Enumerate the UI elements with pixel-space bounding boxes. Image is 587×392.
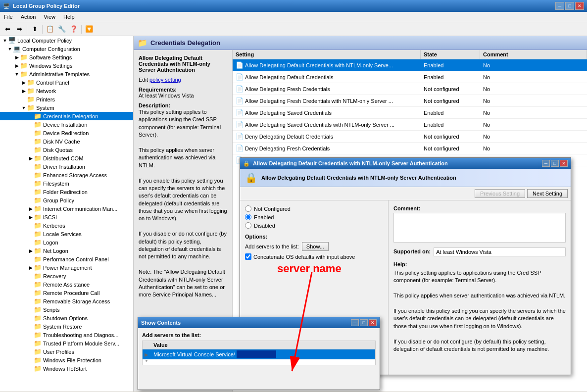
row-0-input[interactable]	[237, 350, 276, 358]
up-button[interactable]: ⬆	[29, 24, 40, 35]
maximize-button[interactable]: □	[565, 2, 574, 10]
back-button[interactable]: ⬅	[2, 24, 13, 35]
sidebar-item-network[interactable]: ▶ 📁 Network	[0, 87, 133, 95]
show-table-row-0[interactable]: ▶ Microsoft Virtual Console Service/	[143, 349, 375, 359]
admin-toggle[interactable]: ▼	[14, 71, 20, 77]
list-item[interactable]: 📄 Allow Delegating Default Credentials E…	[233, 71, 587, 83]
sidebar-item-scripts[interactable]: ▶ 📁 Scripts	[0, 305, 133, 314]
sidebar-item-disk-quotas[interactable]: ▶ 📁 Disk Quotas	[0, 146, 133, 154]
list-item[interactable]: 📄 Allow Delegating Saved Credentials Ena…	[233, 107, 587, 119]
sidebar-item-disk-nv[interactable]: ▶ 📁 Disk NV Cache	[0, 137, 133, 146]
policy-dialog-minimize[interactable]: ─	[542, 160, 550, 167]
sidebar-item-group-policy[interactable]: ▶ 📁 Group Policy	[0, 196, 133, 204]
cp-toggle[interactable]: ▶	[21, 80, 27, 86]
sidebar-item-removable-storage[interactable]: ▶ 📁 Removable Storage Access	[0, 297, 133, 305]
computer-config-toggle[interactable]: ▼	[7, 46, 13, 52]
sidebar-item-hotstart[interactable]: ▶ 📁 Windows HotStart	[0, 364, 133, 373]
list-item[interactable]: 📄 Deny Delegating Fresh Credentials Not …	[233, 143, 587, 154]
col-setting[interactable]: Setting	[233, 50, 421, 59]
sidebar-item-admin-templates[interactable]: ▼ 📁 Administrative Templates	[0, 70, 133, 78]
sidebar-item-perf-ctrl[interactable]: ▶ 📁 Performance Control Panel	[0, 255, 133, 263]
sidebar-item-windows-file-prot[interactable]: ▶ 📁 Windows File Protection	[0, 356, 133, 364]
sidebar-item-system[interactable]: ▼ 📁 System	[0, 103, 133, 112]
show-button[interactable]: Show...	[302, 242, 329, 251]
dcom-toggle[interactable]: ▶	[28, 155, 34, 161]
minimize-button[interactable]: ─	[555, 2, 564, 10]
col-comment[interactable]: Comment	[480, 50, 587, 59]
software-toggle[interactable]: ▶	[14, 54, 20, 60]
sidebar-item-enhanced-storage[interactable]: ▶ 📁 Enhanced Storage Access	[0, 171, 133, 179]
sidebar-item-printers[interactable]: ▶ 📁 Printers	[0, 95, 133, 103]
policy-link[interactable]: policy setting	[149, 77, 181, 83]
sidebar-item-driver-install[interactable]: ▶ 📁 Driver Installation	[0, 162, 133, 171]
radio-enabled[interactable]: Enabled	[245, 214, 383, 220]
show-dialog-close[interactable]: ✕	[369, 319, 377, 326]
list-item[interactable]: 📄 Allow Delegating Default Credentials w…	[233, 59, 587, 71]
col-state[interactable]: State	[421, 50, 480, 59]
list-item[interactable]: 📄 Allow Delegating Fresh Credentials Not…	[233, 83, 587, 95]
menu-action[interactable]: Action	[17, 13, 40, 21]
comment-textarea[interactable]	[393, 213, 566, 243]
sidebar-item-system-restore[interactable]: ▶ 📁 System Restore	[0, 322, 133, 331]
list-item[interactable]: 📄 Deny Delegating Default Credentials No…	[233, 131, 587, 143]
menu-file[interactable]: File	[0, 13, 17, 21]
radio-disabled[interactable]: Disabled	[245, 222, 383, 229]
network-toggle[interactable]: ▶	[21, 88, 27, 94]
close-button[interactable]: ✕	[575, 2, 584, 10]
sidebar-item-distributed-com[interactable]: ▶ 📁 Distributed COM	[0, 154, 133, 162]
previous-setting-button[interactable]: Previous Setting	[475, 189, 525, 198]
sidebar-item-device-install[interactable]: ▶ 📁 Device Installation	[0, 120, 133, 129]
sidebar-item-iscsi[interactable]: ▶ 📁 iSCSI	[0, 213, 133, 221]
nl-toggle[interactable]: ▶	[28, 248, 34, 254]
concat-checkbox[interactable]	[245, 253, 251, 260]
radio-not-configured-input[interactable]	[245, 205, 251, 212]
sidebar-item-logon[interactable]: ▶ 📁 Logon	[0, 238, 133, 246]
policy-dialog-maximize[interactable]: □	[551, 160, 559, 167]
sidebar-item-cred-delegation[interactable]: ▶ 📁 Credentials Delegation	[0, 112, 133, 120]
sidebar-item-net-logon[interactable]: ▶ 📁 Net Logon	[0, 246, 133, 255]
sidebar-item-shutdown[interactable]: ▶ 📁 Shutdown Options	[0, 314, 133, 322]
filter-button[interactable]: 🔽	[84, 24, 95, 35]
help-button[interactable]: ❓	[68, 24, 79, 35]
menu-view[interactable]: View	[40, 13, 59, 21]
sidebar-item-power-mgmt[interactable]: ▶ 📁 Power Management	[0, 263, 133, 272]
sidebar-item-trusted-platform[interactable]: ▶ 📁 Trusted Platform Module Serv...	[0, 339, 133, 347]
sidebar-item-computer-config[interactable]: ▼ 💻 Computer Configuration	[0, 45, 133, 53]
properties-button[interactable]: 🔧	[56, 24, 67, 35]
radio-enabled-input[interactable]	[245, 214, 251, 220]
radio-disabled-input[interactable]	[245, 222, 251, 229]
windows-toggle[interactable]: ▶	[14, 63, 20, 69]
sidebar-item-troubleshoot[interactable]: ▶ 📁 Troubleshooting and Diagnos...	[0, 331, 133, 339]
ic-toggle[interactable]: ▶	[28, 206, 34, 212]
sidebar-item-software-settings[interactable]: ▶ 📁 Software Settings	[0, 53, 133, 61]
sidebar-item-rpc[interactable]: ▶ 📁 Remote Procedure Call	[0, 289, 133, 297]
forward-button[interactable]: ➡	[14, 24, 25, 35]
radio-not-configured[interactable]: Not Configured	[245, 205, 383, 212]
sidebar-item-folder-redirect[interactable]: ▶ 📁 Folder Redirection	[0, 188, 133, 196]
power-toggle[interactable]: ▶	[28, 265, 34, 271]
list-item[interactable]: 📄 Allow Delegating Saved Credentials wit…	[233, 119, 587, 131]
show-table-row-1[interactable]: *	[143, 359, 375, 365]
iscsi-toggle[interactable]: ▶	[28, 214, 34, 220]
show-dialog-restore[interactable]: □	[360, 319, 368, 326]
next-setting-button[interactable]: Next Setting	[527, 189, 568, 198]
tree-root[interactable]: ▼ 🖥️ Local Computer Policy	[0, 36, 133, 45]
root-toggle[interactable]: ▼	[2, 38, 8, 44]
sidebar-item-locale-services[interactable]: ▶ 📁 Locale Services	[0, 230, 133, 238]
system-toggle[interactable]: ▼	[21, 105, 27, 111]
show-hide-button[interactable]: 📋	[45, 24, 55, 35]
show-dialog-minimize[interactable]: ─	[351, 319, 359, 326]
sidebar-item-kerberos[interactable]: ▶ 📁 Kerberos	[0, 221, 133, 230]
sidebar-item-control-panel[interactable]: ▶ 📁 Control Panel	[0, 78, 133, 87]
menu-help[interactable]: Help	[59, 13, 79, 21]
sidebar-item-windows-settings[interactable]: ▶ 📁 Windows Settings	[0, 61, 133, 70]
list-item[interactable]: 📄 Allow Delegating Fresh Credentials wit…	[233, 95, 587, 107]
sidebar-item-internet-comm[interactable]: ▶ 📁 Internet Communication Man...	[0, 204, 133, 213]
sidebar-item-recovery[interactable]: ▶ 📁 Recovery	[0, 272, 133, 280]
policy-dialog-close[interactable]: ✕	[560, 160, 568, 167]
sidebar-item-device-redirect[interactable]: ▶ 📁 Device Redirection	[0, 129, 133, 137]
sidebar-item-filesystem[interactable]: ▶ 📁 Filesystem	[0, 179, 133, 188]
sidebar-item-remote-assist[interactable]: ▶ 📁 Remote Assistance	[0, 280, 133, 289]
sidebar-item-user-profiles[interactable]: ▶ 📁 User Profiles	[0, 347, 133, 356]
show-contents-dialog[interactable]: Show Contents ─ □ ✕ Add servers to the l…	[138, 317, 380, 390]
